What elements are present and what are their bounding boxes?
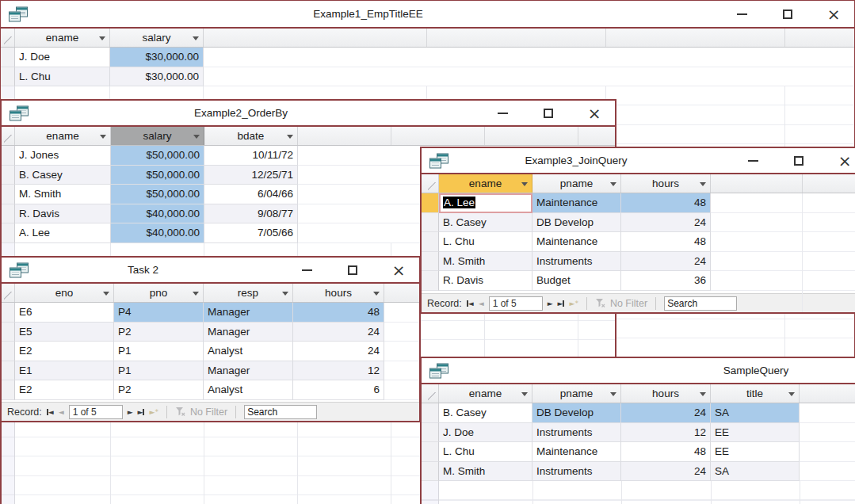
column-header-title[interactable]: title [711,384,800,403]
row-selector-current[interactable] [422,193,439,213]
row-selector[interactable] [422,213,439,233]
column-header-hours[interactable]: hours [621,384,711,403]
last-record-icon[interactable]: ► [138,408,145,416]
filter-icon[interactable] [175,407,185,417]
next-record-icon[interactable]: ► [128,408,133,416]
column-header-ename[interactable]: ename [15,127,111,145]
cell[interactable]: M. Smith [439,462,532,482]
cell[interactable]: E6 [15,303,114,323]
previous-record-icon[interactable]: ◄ [59,408,64,416]
column-dropdown-icon[interactable] [287,135,293,139]
minimize-icon[interactable] [496,107,509,120]
first-record-icon[interactable]: ◄ [467,300,474,307]
close-icon[interactable]: × [392,264,405,277]
row-selector[interactable] [422,462,439,482]
cell[interactable]: B. Casey [439,403,532,423]
new-record-icon[interactable]: ►* [149,408,158,416]
row-selector[interactable] [2,380,15,400]
column-header-salary[interactable]: salary [110,29,204,47]
row-selector[interactable] [1,67,15,87]
cell[interactable]: Maintenance [532,232,621,252]
cell[interactable]: J. Doe [15,48,110,67]
cell-selected[interactable]: SA [711,403,800,423]
cell[interactable]: EE [711,442,800,462]
column-dropdown-icon[interactable] [610,182,616,186]
cell[interactable]: 7/05/66 [204,223,298,243]
column-header-ename[interactable]: ename [439,384,532,403]
select-all-corner[interactable] [422,384,439,403]
column-dropdown-icon[interactable] [373,292,380,296]
record-position-box[interactable]: 1 of 5 [69,405,123,419]
row-selector[interactable] [2,146,15,166]
maximize-icon[interactable] [542,107,555,120]
column-header-pno[interactable]: pno [114,284,204,302]
row-selector[interactable] [422,423,439,443]
cell[interactable]: 10/11/72 [204,146,298,166]
cell-selected[interactable]: P4 [114,303,204,323]
next-record-icon[interactable]: ► [548,300,553,307]
minimize-icon[interactable] [735,8,748,21]
cell[interactable]: L. Chu [439,232,532,252]
column-header-hours[interactable]: hours [293,284,384,302]
cell[interactable]: A. Lee [15,223,111,243]
row-selector[interactable] [2,204,15,224]
row-selector[interactable] [422,232,439,252]
cell[interactable]: Instruments [532,462,621,482]
close-icon[interactable]: × [827,8,840,21]
search-input[interactable] [244,405,317,419]
no-filter-button[interactable]: No Filter [610,298,647,309]
cell[interactable]: E2 [15,380,114,400]
cell[interactable]: Analyst [204,342,293,361]
cell[interactable]: E2 [15,342,114,361]
titlebar-example1[interactable]: Example1_EmpTitleEE × [1,1,854,29]
cell-selected[interactable]: $50,000.00 [111,146,204,166]
cell[interactable]: P2 [114,380,204,400]
select-all-corner[interactable] [2,127,15,145]
cell-selected[interactable]: $50,000.00 [111,166,204,185]
new-record-icon[interactable]: ►* [569,300,578,307]
titlebar-example2[interactable]: Example2_OrderBy × [2,101,615,127]
cell[interactable]: L. Chu [15,67,110,87]
column-dropdown-icon[interactable] [788,392,795,396]
cell[interactable]: Maintenance [532,442,621,462]
cell[interactable]: DB Develop [532,213,621,233]
cell[interactable]: P2 [114,323,204,342]
column-dropdown-icon[interactable] [193,135,200,139]
cell[interactable]: 6 [293,380,384,400]
maximize-icon[interactable] [346,264,359,277]
cell-selected[interactable]: Maintenance [532,193,621,213]
last-record-icon[interactable]: ► [558,300,565,307]
column-header-eno[interactable]: eno [15,284,114,302]
row-selector[interactable] [422,442,439,462]
column-dropdown-icon[interactable] [282,292,288,296]
cell[interactable]: 36 [621,271,711,291]
titlebar-samplequery[interactable]: SampleQuery × [422,358,855,384]
cell[interactable]: 12/25/71 [204,166,298,185]
select-all-corner[interactable] [1,29,15,47]
column-header-resp[interactable]: resp [204,284,293,302]
column-dropdown-icon[interactable] [610,392,616,396]
row-selector[interactable] [2,361,15,381]
search-input[interactable] [664,296,737,311]
cell-selected[interactable]: $40,000.00 [111,204,204,224]
minimize-icon[interactable] [746,155,759,167]
cell[interactable]: M. Smith [15,185,111,204]
cell[interactable]: 48 [621,442,711,462]
cell[interactable]: 24 [621,252,711,272]
column-dropdown-icon[interactable] [521,182,528,186]
cell[interactable]: 24 [621,462,711,482]
titlebar-example3[interactable]: Example3_JoinQuery × [422,148,855,174]
row-selector[interactable] [1,48,15,67]
column-dropdown-icon[interactable] [193,36,199,40]
cell[interactable]: L. Chu [439,442,532,462]
first-record-icon[interactable]: ◄ [47,408,54,416]
cell[interactable]: 48 [621,232,711,252]
cell-selected[interactable]: 48 [621,193,711,213]
cell[interactable]: 12 [621,423,711,443]
row-selector[interactable] [2,303,15,323]
column-header-ename[interactable]: ename [15,29,110,47]
cell[interactable]: M. Smith [439,252,532,272]
column-header-pname[interactable]: pname [532,384,621,403]
cell-selected[interactable]: 48 [293,303,384,323]
cell[interactable]: Analyst [204,380,293,400]
